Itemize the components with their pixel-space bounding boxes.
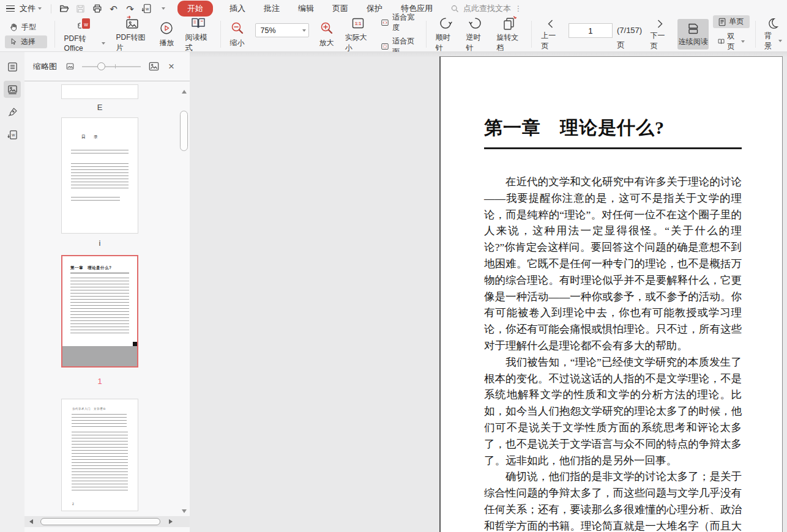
find-text-button[interactable]: 点此查找文本 ⋮ [450, 3, 522, 14]
zoom-combobox-chevron-icon[interactable] [302, 29, 306, 32]
thumbnail-label: E [61, 103, 138, 112]
word-export-icon: w [7, 129, 18, 141]
thumbnail-page-toc[interactable]: 目 录 [61, 117, 138, 234]
file-menu[interactable]: 文件 [20, 3, 42, 14]
divider [531, 21, 532, 48]
pdf-to-office-label: PDF转Office [64, 34, 100, 53]
thumbnail-label: i [61, 238, 138, 248]
pdf-page[interactable]: 第一章 理论是什么? 在近代的文学和文化研究中有许多关于理论的讨论——我要提醒你… [439, 56, 783, 532]
next-page-button[interactable]: 下一页 [644, 17, 675, 51]
select-tool-button[interactable]: 选择 [5, 35, 47, 48]
actual-size-icon: 1:1 [351, 16, 365, 31]
open-file-button[interactable] [56, 2, 72, 15]
fit-page-icon [381, 42, 389, 51]
zoom-in-button[interactable]: 放大 [314, 17, 340, 51]
zoom-large-thumbnail-icon[interactable] [148, 61, 160, 72]
single-page-label: 单页 [729, 17, 744, 27]
print-button[interactable] [89, 2, 105, 15]
close-panel-icon[interactable]: × [168, 61, 174, 72]
hamburger-menu-icon[interactable] [6, 6, 15, 12]
fit-width-button[interactable]: 适合宽度 [381, 12, 418, 33]
tab-insert[interactable]: 插入 [229, 3, 245, 14]
double-page-button[interactable]: 双页 [713, 30, 750, 53]
thumbnail-panel: 缩略图 × E 目 录 i 第一章 理论是什么? 1 当代学术入门 文学理论 [24, 52, 190, 532]
tab-protect[interactable]: 保护 [367, 3, 382, 14]
vertical-scrollbar-thumb[interactable] [180, 111, 188, 151]
mini-chapter-title: 第一章 理论是什么? [70, 265, 137, 271]
rotate-clockwise-button[interactable]: 顺时针 [430, 17, 461, 51]
scrollbar-up-arrow[interactable] [182, 90, 187, 94]
svg-text:1:1: 1:1 [355, 21, 361, 26]
tab-home-active[interactable]: 开始 [177, 1, 213, 17]
pdf-to-image-button[interactable]: PDF转图片 [111, 17, 154, 51]
rotate-document-label: 旋转文档 [496, 32, 522, 53]
document-viewer[interactable]: 第一章 理论是什么? 在近代的文学和文化研究中有许多关于理论的讨论——我要提醒你… [190, 52, 787, 532]
background-button[interactable]: 背景 [759, 17, 787, 51]
rotate-counterclockwise-button[interactable]: 逆时针 [460, 17, 491, 51]
annotation-panel-button[interactable] [4, 103, 21, 120]
divider [51, 4, 51, 13]
zoom-small-thumbnail-icon[interactable] [65, 62, 75, 71]
svg-text:w: w [145, 6, 149, 12]
export-word-icon[interactable]: w [138, 2, 155, 15]
chapter-title: 第一章 理论是什么? [484, 116, 742, 141]
tab-comment[interactable]: 批注 [264, 3, 280, 14]
continuous-reading-button[interactable]: 连续阅读 [677, 19, 709, 50]
tab-edit[interactable]: 编辑 [298, 3, 314, 14]
background-label: 背景 [764, 31, 777, 51]
read-mode-button[interactable]: 阅读模式 [179, 17, 216, 51]
hand-tool-button[interactable]: 手型 [5, 21, 47, 34]
outline-panel-button[interactable] [4, 58, 21, 75]
divider [755, 21, 756, 48]
pdf-to-office-icon: w [76, 16, 92, 32]
page-count-label: (7/157) 页 [617, 23, 642, 53]
paragraph: 我们被告知，“理论”已经使文学研究的本质发生了根本的变化。不过说这话的人指的不是… [484, 354, 742, 469]
thumbnail-page-1-selected[interactable]: 第一章 理论是什么? [61, 255, 138, 368]
pdf-to-office-button[interactable]: w PDF转Office [59, 17, 111, 51]
scrollbar-down-arrow[interactable] [182, 509, 187, 513]
scrollbar-left-arrow[interactable] [29, 519, 33, 524]
double-page-label: 双页 [727, 31, 739, 52]
rotate-clockwise-icon [438, 16, 453, 31]
fit-width-icon [381, 18, 389, 28]
zoom-out-icon [230, 20, 245, 36]
more-options-icon[interactable]: ⋮ [515, 4, 522, 13]
thumbnail-size-slider[interactable] [82, 66, 141, 67]
selection-handle[interactable] [133, 342, 137, 346]
page-number-input[interactable] [569, 23, 613, 38]
svg-text:w: w [11, 133, 15, 138]
zoom-level-combobox[interactable] [255, 23, 309, 37]
undo-icon[interactable]: ↶ [105, 2, 122, 15]
page-view-group: 单页 双页 [713, 17, 750, 51]
tab-page[interactable]: 页面 [332, 3, 348, 14]
slider-knob[interactable] [97, 62, 105, 70]
scrollbar-right-arrow[interactable] [169, 519, 173, 524]
export-word-panel-button[interactable]: w [4, 126, 21, 143]
ribbon-toolbar: 手型 选择 w PDF转Office PDF转图片 播放 阅读模式 [0, 17, 787, 52]
mini-text-lines [72, 432, 128, 490]
horizontal-scrollbar-thumb[interactable] [40, 518, 160, 525]
save-button[interactable] [72, 2, 89, 15]
redo-icon[interactable]: ↷ [122, 2, 138, 15]
rotate-document-button[interactable]: 旋转文档 [491, 17, 528, 51]
rotate-counterclockwise-label: 逆时针 [466, 32, 485, 53]
single-page-button[interactable]: 单页 [713, 15, 750, 28]
play-button[interactable]: 播放 [154, 17, 179, 51]
toolbar-options-chevron-icon[interactable] [155, 2, 171, 15]
thumbnail-page-2[interactable]: 当代学术入门 文学理论 2 [61, 399, 138, 511]
zoom-out-button[interactable]: 缩小 [225, 17, 250, 51]
cursor-icon [9, 37, 18, 46]
chevron-left-icon [545, 18, 556, 30]
horizontal-scrollbar[interactable] [24, 516, 190, 527]
previous-page-button[interactable]: 上一页 [535, 17, 566, 51]
mini-title-rule [70, 273, 129, 273]
actual-size-button[interactable]: 1:1 实际大小 [340, 17, 376, 51]
thumbnails-icon [7, 84, 18, 95]
thumbnail-panel-button[interactable] [4, 81, 21, 98]
zoom-level-input[interactable] [256, 24, 308, 37]
thumbnail-page-partial-top[interactable] [61, 84, 138, 99]
read-mode-label: 阅读模式 [185, 32, 211, 53]
fit-group: 适合宽度 适合页面 [376, 17, 422, 51]
mini-text-lines [72, 414, 127, 429]
play-icon [159, 20, 174, 36]
